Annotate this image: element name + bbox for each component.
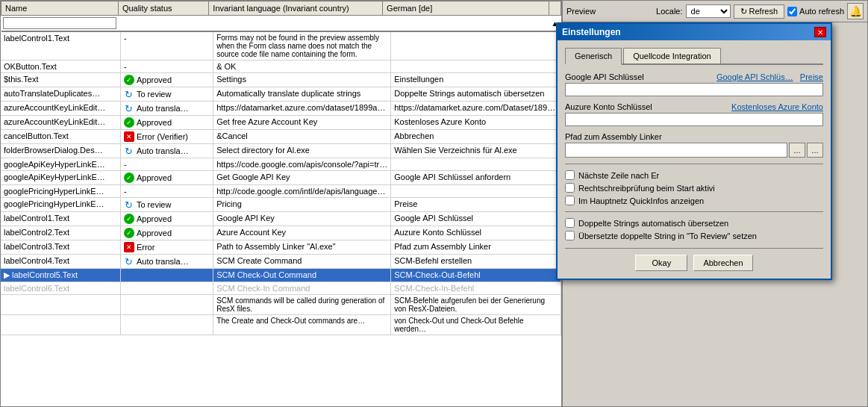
cell-quality: ✕Error (120, 240, 213, 255)
preview-controls: Locale: de ↻ Refresh Auto refresh 🔔 (656, 3, 864, 19)
cell-invariant: & OK (213, 60, 391, 73)
checkbox-row-1: Rechtschreibprüfung beim Start aktivi (565, 183, 823, 193)
checkbox-3[interactable] (565, 218, 575, 228)
azure-konto-row: Auzure Konto Schlüssel Kostenloses Azure… (565, 102, 823, 126)
cell-german (391, 185, 561, 198)
divider1 (565, 164, 823, 164)
cell-german: SCM-Check-Out-Befehl (391, 269, 561, 282)
checkbox-4[interactable] (565, 231, 575, 240)
cell-name: labelControl1.Text (1, 32, 120, 60)
table-header-row: Name Quality status Invariant language (… (1, 1, 561, 16)
google-api-link2[interactable]: Preise (800, 72, 823, 81)
cell-quality: ✓Approved (120, 212, 213, 226)
table-row[interactable]: SCM commands will be called during gener… (1, 295, 561, 315)
table-row[interactable]: googleApiKeyHyperLinkE…-https://code.goo… (1, 158, 561, 171)
pfad-input[interactable] (565, 143, 787, 158)
cell-german (391, 158, 561, 171)
pfad-row: Pfad zum Assembly Linker … … (565, 132, 823, 158)
data-table-body: labelControl1.Text-Forms may not be foun… (1, 32, 561, 335)
table-row[interactable]: autoTranslateDuplicates…↻To reviewAutoma… (1, 87, 561, 102)
table-row[interactable]: cancelButton.Text✕Error (Verifier)&Cance… (1, 130, 561, 144)
cell-german: Kostenloses Azure Konto (391, 116, 561, 130)
left-panel: Name Quality status Invariant language (… (0, 0, 562, 407)
col-header-quality[interactable]: Quality status (118, 1, 208, 16)
cell-invariant: &Cancel (213, 130, 391, 144)
checkbox-row-3: Doppelte Strings automatisch übersetzen (565, 218, 823, 228)
table-row[interactable]: googleApiKeyHyperLinkE…✓ApprovedGet Goog… (1, 171, 561, 185)
table-row[interactable]: googlePricingHyperLinkE…-http://code.goo… (1, 185, 561, 198)
table-row[interactable]: $this.Text✓ApprovedSettingsEinstellungen (1, 73, 561, 87)
azure-konto-input[interactable] (565, 113, 823, 126)
cell-quality: ↻Auto transla… (120, 144, 213, 158)
col-header-german[interactable]: German [de] (383, 1, 549, 16)
col-header-invariant[interactable]: Invariant language (Invariant country) (209, 1, 383, 16)
pfad-label-row: Pfad zum Assembly Linker (565, 132, 823, 141)
google-api-input[interactable] (565, 83, 823, 96)
filter-row: ▲ (1, 16, 561, 32)
cell-german: Google API Schlüssel (391, 212, 561, 226)
table-row[interactable]: azureAccountKeyLinkEdit…↻Auto transla…ht… (1, 102, 561, 116)
dialog-body: Generisch Quellcode Integration Google A… (558, 40, 831, 279)
cell-quality: ✓Approved (120, 116, 213, 130)
checkbox-label-4: Übersetzte doppelte String in "To Review… (578, 232, 757, 240)
checkbox-section-2: Doppelte Strings automatisch übersetzen … (565, 218, 823, 240)
cell-name: googleApiKeyHyperLinkE… (1, 158, 120, 171)
filter-name-input[interactable] (3, 17, 117, 29)
table-row[interactable]: labelControl1.Text-Forms may not be foun… (1, 32, 561, 60)
table-row[interactable]: labelControl3.Text✕ErrorPath to Assembly… (1, 240, 561, 255)
cell-quality: - (120, 32, 213, 60)
table-row[interactable]: labelControl1.Text✓ApprovedGoogle API Ke… (1, 212, 561, 226)
checkbox-label-2: Im Hauptnetz QuickInfos anzeigen (578, 196, 704, 205)
cell-invariant: Google API Key (213, 212, 391, 226)
cell-quality (120, 295, 213, 315)
pfad-btn1[interactable]: … (789, 143, 805, 158)
cell-name: googlePricingHyperLinkE… (1, 198, 120, 212)
google-api-link1[interactable]: Google API Schlüs… (716, 72, 793, 81)
checkbox-2[interactable] (565, 196, 575, 205)
right-panel: Preview Locale: de ↻ Refresh Auto refres… (562, 0, 868, 407)
table-row[interactable]: OKButton.Text-& OK (1, 60, 561, 73)
cell-german: https://datamarket.azure.com/Dataset/189… (391, 102, 561, 116)
cell-name: autoTranslateDuplicates… (1, 87, 120, 102)
azure-konto-label: Auzure Konto Schlüssel (565, 102, 652, 111)
dialog-buttons: Okay Abbrechen (565, 248, 823, 271)
cell-invariant: SCM commands will be called during gener… (213, 295, 391, 315)
dialog-close-button[interactable]: ✕ (814, 27, 826, 37)
cell-invariant: SCM Check-Out Command (213, 269, 391, 282)
okay-button[interactable]: Okay (635, 255, 687, 271)
table-row[interactable]: The Create and Check-Out commands are…vo… (1, 315, 561, 335)
table-row[interactable]: labelControl6.TextSCM Check-In CommandSC… (1, 282, 561, 295)
cell-german: Einstellungen (391, 73, 561, 87)
table-scroll-area[interactable]: labelControl1.Text-Forms may not be foun… (1, 32, 561, 406)
table-row[interactable]: folderBrowserDialog.Des…↻Auto transla…Se… (1, 144, 561, 158)
table-row[interactable]: googlePricingHyperLinkE…↻To reviewPricin… (1, 198, 561, 212)
auto-refresh-checkbox[interactable] (787, 7, 797, 16)
cell-invariant: SCM Check-In Command (213, 282, 391, 295)
cell-quality: ✓Approved (120, 226, 213, 240)
cell-quality: - (120, 158, 213, 171)
cell-name: ▶labelControl5.Text (1, 269, 120, 282)
refresh-button[interactable]: ↻ Refresh (734, 4, 785, 19)
dialog-titlebar: Einstellungen ✕ (558, 24, 831, 40)
pfad-btn2[interactable]: … (807, 143, 823, 158)
table-row[interactable]: ▶labelControl5.TextSCM Check-Out Command… (1, 269, 561, 282)
cell-german (391, 60, 561, 73)
preview-extra-button[interactable]: 🔔 (847, 3, 864, 19)
tab-quellcode[interactable]: Quellcode Integration (623, 48, 721, 63)
table-row[interactable]: azureAccountKeyLinkEdit…✓ApprovedGet fre… (1, 116, 561, 130)
checkbox-0[interactable] (565, 170, 575, 180)
cell-invariant: Settings (213, 73, 391, 87)
cell-quality (120, 315, 213, 335)
abbrechen-button[interactable]: Abbrechen (693, 255, 752, 271)
cell-invariant: Automatically translate duplicate string… (213, 87, 391, 102)
tab-generisch[interactable]: Generisch (565, 48, 622, 65)
checkbox-1[interactable] (565, 183, 575, 193)
auto-refresh-label[interactable]: Auto refresh (787, 7, 844, 16)
locale-select[interactable]: de (686, 4, 731, 18)
col-header-name[interactable]: Name (1, 1, 119, 16)
azure-konto-link[interactable]: Kostenloses Azure Konto (731, 102, 823, 111)
table-row[interactable]: labelControl2.Text✓ApprovedAzure Account… (1, 226, 561, 240)
cell-invariant: Get free Azure Account Key (213, 116, 391, 130)
cell-name: folderBrowserDialog.Des… (1, 144, 120, 158)
table-row[interactable]: labelControl4.Text↻Auto transla…SCM Crea… (1, 255, 561, 269)
